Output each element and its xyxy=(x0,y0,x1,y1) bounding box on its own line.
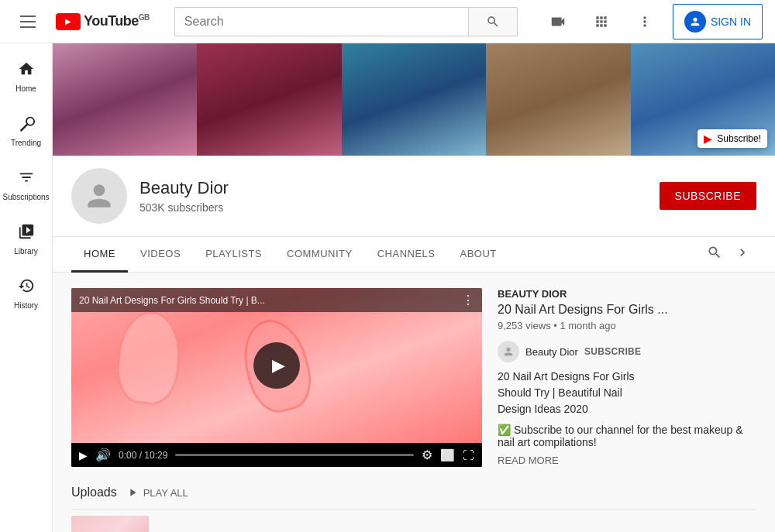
search-input[interactable] xyxy=(174,7,468,36)
subscribe-popup-text: Subscribe! xyxy=(717,133,761,144)
video-meta: 9,253 views • 1 month ago xyxy=(498,320,756,331)
video-channel-avatar xyxy=(498,341,519,362)
video-player[interactable]: 20 Nail Art Designs For Girls Should Try… xyxy=(71,288,482,467)
header: YouTubeGB xyxy=(0,0,775,43)
avatar-person-icon xyxy=(82,179,116,213)
subscriptions-icon xyxy=(18,169,35,190)
search-icon xyxy=(486,15,500,29)
channel-nav: HOME VIDEOS PLAYLISTS COMMUNITY CHANNELS… xyxy=(53,237,775,273)
channel-search-button[interactable] xyxy=(701,239,728,270)
uploads-header: Uploads PLAY ALL xyxy=(71,486,756,499)
hamburger-menu[interactable] xyxy=(12,6,43,37)
play-pause-button[interactable]: ▶ xyxy=(79,449,88,462)
create-video-button[interactable] xyxy=(542,6,574,37)
hamburger-icon xyxy=(20,15,36,28)
sidebar-item-history[interactable]: History xyxy=(0,266,52,321)
youtube-logo-icon xyxy=(56,13,81,30)
channel-banner: ▶ Subscribe! xyxy=(53,43,775,156)
sidebar-item-subscriptions[interactable]: Subscriptions xyxy=(0,158,52,212)
subscribe-popup[interactable]: ▶ Subscribe! xyxy=(698,129,767,148)
channel-avatar xyxy=(71,168,127,224)
sidebar-item-home[interactable]: Home xyxy=(0,50,52,104)
video-more-button[interactable]: ⋮ xyxy=(462,293,474,307)
video-thumbnail: 20 Nail Art Designs For Girls Should Try… xyxy=(71,288,482,443)
miniplayer-button[interactable]: ⬜ xyxy=(440,448,455,462)
settings-button[interactable]: ⚙ xyxy=(422,448,432,462)
search-form xyxy=(174,7,518,36)
time-display: 0:00 / 10:29 xyxy=(119,450,167,461)
channel-info: Beauty Dior 503K subscribers SUBSCRIBE xyxy=(53,156,775,237)
library-icon xyxy=(18,223,35,244)
video-info: BEAUTY DIOR 20 Nail Art Designs For Girl… xyxy=(498,288,756,467)
channel-details: Beauty Dior 503K subscribers xyxy=(140,178,660,214)
video-subscribe-text: ✅ Subscribe to our channel for the best … xyxy=(498,424,756,448)
channel-subscribe-button[interactable]: SUBSCRIBE xyxy=(660,182,756,210)
video-camera-icon xyxy=(549,13,567,30)
sidebar: Home Trending Subscriptions Library Hist… xyxy=(0,43,53,532)
upload-more-button[interactable]: ⋮ xyxy=(736,526,756,532)
header-left: YouTubeGB xyxy=(12,6,150,37)
play-triangle-icon: ▶ xyxy=(272,355,285,376)
main-content: ▶ Subscribe! Beauty Dior 503K subscriber… xyxy=(53,43,775,532)
volume-button[interactable]: 🔊 xyxy=(95,448,111,462)
trending-label: Trending xyxy=(11,139,41,147)
home-label: Home xyxy=(16,84,36,93)
video-uploaded: 1 month ago xyxy=(560,320,615,331)
fullscreen-button[interactable]: ⛶ xyxy=(463,448,474,462)
nav-search-icon xyxy=(707,245,722,260)
more-vert-icon xyxy=(637,14,653,29)
home-icon xyxy=(18,60,35,81)
tab-channels[interactable]: CHANNELS xyxy=(365,237,448,273)
play-button[interactable]: ▶ xyxy=(253,342,300,389)
history-icon xyxy=(18,277,35,298)
video-controls: ▶ 🔊 0:00 / 10:29 ⚙ ⬜ ⛶ xyxy=(71,443,482,467)
featured-section: 20 Nail Art Designs For Girls Should Try… xyxy=(71,288,756,467)
trending-icon xyxy=(18,115,35,136)
apps-button[interactable] xyxy=(586,6,617,37)
youtube-logo[interactable]: YouTubeGB xyxy=(56,13,150,30)
search-button[interactable] xyxy=(468,7,518,36)
channel-subscribers: 503K subscribers xyxy=(140,201,660,214)
content-area: 20 Nail Art Designs For Girls Should Try… xyxy=(53,273,775,532)
progress-bar[interactable] xyxy=(175,454,414,456)
video-channel-row: Beauty Dior SUBSCRIBE xyxy=(498,341,756,362)
grid-icon xyxy=(594,14,609,29)
video-subscribe-button[interactable]: SUBSCRIBE xyxy=(584,346,641,357)
uploads-title: Uploads xyxy=(71,486,117,499)
video-views: 9,253 views xyxy=(498,320,551,331)
tab-home[interactable]: HOME xyxy=(71,237,128,273)
banner-segment-1 xyxy=(53,43,197,156)
read-more-link[interactable]: READ MORE xyxy=(498,455,756,466)
nav-chevron-button[interactable] xyxy=(728,239,756,270)
video-description: 20 Nail Art Designs For Girls Should Try… xyxy=(498,369,756,417)
banner-segment-2 xyxy=(197,43,341,156)
video-section-header: BEAUTY DIOR xyxy=(498,288,756,300)
upload-thumbnail xyxy=(71,516,149,532)
video-channel-link[interactable]: Beauty Dior xyxy=(525,346,578,358)
history-label: History xyxy=(14,301,38,310)
tab-about[interactable]: ABOUT xyxy=(448,237,509,273)
banner-segment-4 xyxy=(486,43,630,156)
sidebar-item-library[interactable]: Library xyxy=(0,212,52,266)
youtube-logo-text: YouTubeGB xyxy=(84,13,150,29)
yt-popup-icon: ▶ xyxy=(704,132,712,145)
tab-videos[interactable]: VIDEOS xyxy=(128,237,193,273)
uploads-section: Uploads PLAY ALL The Most Beautiful Lips… xyxy=(71,486,756,532)
play-all-button[interactable]: PLAY ALL xyxy=(126,486,188,499)
library-label: Library xyxy=(14,247,38,256)
tab-community[interactable]: COMMUNITY xyxy=(274,237,365,273)
sign-in-avatar-icon xyxy=(684,11,706,33)
sign-in-label: SIGN IN xyxy=(711,15,751,28)
header-right: SIGN IN xyxy=(542,4,763,39)
sidebar-item-trending[interactable]: Trending xyxy=(0,104,52,158)
play-all-label: PLAY ALL xyxy=(143,487,188,499)
video-title-overlay: 20 Nail Art Designs For Girls Should Try… xyxy=(79,295,265,306)
video-info-title[interactable]: 20 Nail Art Designs For Girls ... xyxy=(498,303,756,317)
play-all-icon xyxy=(126,486,139,499)
more-options-button[interactable] xyxy=(629,6,660,37)
tab-playlists[interactable]: PLAYLISTS xyxy=(193,237,274,273)
channel-name: Beauty Dior xyxy=(140,178,660,198)
sign-in-button[interactable]: SIGN IN xyxy=(673,4,763,39)
subscriptions-label: Subscriptions xyxy=(2,193,49,201)
chevron-right-icon xyxy=(735,245,750,260)
